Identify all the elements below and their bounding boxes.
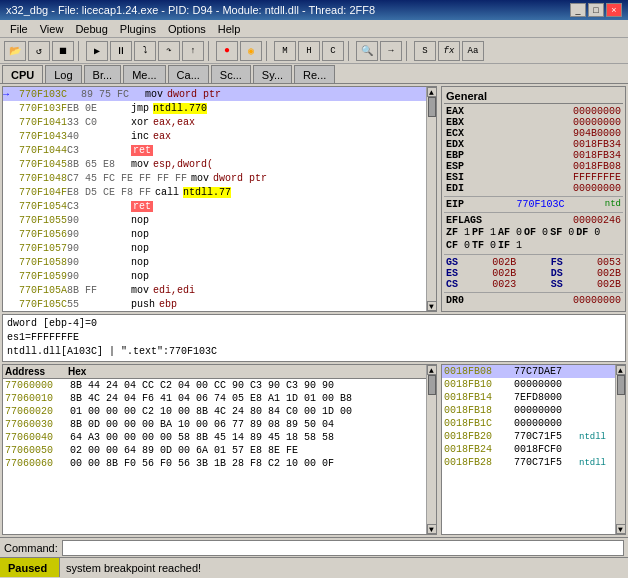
toolbar-step-into[interactable]: ⤵ — [134, 41, 156, 61]
asm-scrollbar[interactable]: ▲ ▼ — [426, 87, 436, 311]
hex-scrollbar[interactable]: ▲ ▼ — [426, 365, 436, 534]
close-button[interactable]: × — [606, 3, 622, 17]
reg-value[interactable]: 0018FB34 — [573, 150, 621, 161]
asm-row[interactable]: 770F105990nop — [3, 269, 426, 283]
minimize-button[interactable]: _ — [570, 3, 586, 17]
asm-row[interactable]: 770F104340inceax — [3, 129, 426, 143]
hex-row[interactable]: 7706005002 00 00 64 89 0D 00 6A 01 57 E8… — [3, 444, 426, 457]
asm-row[interactable]: 770F103FEB 0Ejmpntdll.770 — [3, 101, 426, 115]
stack-row[interactable]: 0018FB0877C7DAE7 — [442, 365, 615, 378]
asm-scroll-track[interactable] — [427, 97, 437, 301]
tab-sc[interactable]: Sc... — [211, 65, 251, 83]
hex-row[interactable]: 770600008B 44 24 04 CC C2 04 00 CC 90 C3… — [3, 379, 426, 392]
hex-row[interactable]: 7706006000 00 8B F0 56 F0 56 3B 1B 28 F8… — [3, 457, 426, 470]
asm-row[interactable]: 770F105C55pushebp — [3, 297, 426, 311]
menu-view[interactable]: View — [34, 23, 70, 35]
stack-scroll-track[interactable] — [616, 375, 626, 524]
toolbar-step-over[interactable]: ↷ — [158, 41, 180, 61]
toolbar-mem-map[interactable]: M — [274, 41, 296, 61]
stack-row[interactable]: 0018FB1000000000 — [442, 378, 615, 391]
seg-val[interactable]: 0023 — [492, 279, 524, 290]
toolbar-close[interactable]: ⏹ — [52, 41, 74, 61]
toolbar-pause[interactable]: ⏸ — [110, 41, 132, 61]
menu-debug[interactable]: Debug — [69, 23, 113, 35]
hex-row[interactable]: 7706002001 00 00 00 C2 10 00 8B 4C 24 80… — [3, 405, 426, 418]
toolbar-aa[interactable]: Aa — [462, 41, 484, 61]
flag-item[interactable]: AF 0 — [498, 227, 522, 238]
asm-row[interactable]: 770F10458B 65 E8movesp,dword( — [3, 157, 426, 171]
reg-value[interactable]: 00000000 — [573, 106, 621, 117]
hex-scroll-track[interactable] — [427, 375, 437, 524]
menu-help[interactable]: Help — [212, 23, 247, 35]
stack-scroll-up[interactable]: ▲ — [616, 365, 626, 375]
hex-row[interactable]: 7706004064 A3 00 00 00 00 58 8B 45 14 89… — [3, 431, 426, 444]
seg-val2[interactable]: 0053 — [597, 257, 621, 268]
asm-row[interactable]: 770F105690nop — [3, 227, 426, 241]
toolbar-ref[interactable]: → — [380, 41, 402, 61]
flag-item[interactable]: ZF 1 — [446, 227, 470, 238]
asm-row[interactable]: →770F103C89 75 FCmovdword ptr — [3, 87, 426, 101]
tab-br[interactable]: Br... — [84, 65, 122, 83]
tab-log[interactable]: Log — [45, 65, 81, 83]
hex-row[interactable]: 770600108B 4C 24 04 F6 41 04 06 74 05 E8… — [3, 392, 426, 405]
stack-scroll-down[interactable]: ▼ — [616, 524, 626, 534]
asm-row[interactable]: 770F1044C3ret — [3, 143, 426, 157]
toolbar-run[interactable]: ▶ — [86, 41, 108, 61]
asm-scroll-up[interactable]: ▲ — [427, 87, 437, 97]
toolbar-script[interactable]: S — [414, 41, 436, 61]
command-input[interactable] — [62, 540, 624, 556]
asm-scroll-down[interactable]: ▼ — [427, 301, 437, 311]
asm-row[interactable]: 770F105590nop — [3, 213, 426, 227]
flag-item[interactable]: OF 0 — [524, 227, 548, 238]
reg-value[interactable]: 00000000 — [573, 183, 621, 194]
toolbar-heap[interactable]: H — [298, 41, 320, 61]
maximize-button[interactable]: □ — [588, 3, 604, 17]
asm-row[interactable]: 770F105890nop — [3, 255, 426, 269]
stack-row[interactable]: 0018FB28770C71F5ntdll — [442, 456, 615, 469]
flag-item[interactable]: SF 0 — [550, 227, 574, 238]
stack-row[interactable]: 0018FB240018FCF0 — [442, 443, 615, 456]
eflags-value[interactable]: 00000246 — [573, 215, 621, 226]
toolbar-search[interactable]: 🔍 — [356, 41, 378, 61]
flag-item[interactable]: TF 0 — [472, 240, 496, 251]
menu-file[interactable]: File — [4, 23, 34, 35]
seg-val2[interactable]: 002B — [597, 268, 621, 279]
eip-value[interactable]: 770F103C — [516, 199, 564, 210]
stack-row[interactable]: 0018FB1800000000 — [442, 404, 615, 417]
toolbar-bp[interactable]: ● — [216, 41, 238, 61]
asm-row[interactable]: 770F1048C7 45 FC FE FF FF FFmovdword ptr — [3, 171, 426, 185]
stack-scrollbar[interactable]: ▲ ▼ — [615, 365, 625, 534]
reg-value[interactable]: FFFFFFFE — [573, 172, 621, 183]
stack-row[interactable]: 0018FB20770C71F5ntdll — [442, 430, 615, 443]
flag-item[interactable]: CF 0 — [446, 240, 470, 251]
stack-row[interactable]: 0018FB147EFD8000 — [442, 391, 615, 404]
toolbar-call-stack[interactable]: C — [322, 41, 344, 61]
asm-row[interactable]: 770F105790nop — [3, 241, 426, 255]
asm-row[interactable]: 770F104133 C0xoreax,eax — [3, 115, 426, 129]
toolbar-fx[interactable]: fx — [438, 41, 460, 61]
seg-val[interactable]: 002B — [492, 257, 524, 268]
tab-cpu[interactable]: CPU — [2, 65, 43, 83]
flag-item[interactable]: PF 1 — [472, 227, 496, 238]
menu-plugins[interactable]: Plugins — [114, 23, 162, 35]
seg-val[interactable]: 002B — [492, 268, 524, 279]
tab-me[interactable]: Me... — [123, 65, 165, 83]
toolbar-open[interactable]: 📂 — [4, 41, 26, 61]
toolbar-restart[interactable]: ↺ — [28, 41, 50, 61]
flag-item[interactable]: IF 1 — [498, 240, 522, 251]
tab-re[interactable]: Re... — [294, 65, 335, 83]
reg-value[interactable]: 0018FB34 — [573, 139, 621, 150]
tab-sy[interactable]: Sy... — [253, 65, 292, 83]
dr0-value[interactable]: 00000000 — [573, 295, 621, 306]
seg-val2[interactable]: 002B — [597, 279, 621, 290]
asm-row[interactable]: 770F1054C3ret — [3, 199, 426, 213]
tab-ca[interactable]: Ca... — [168, 65, 209, 83]
asm-row[interactable]: 770F104FE8 D5 CE F8 FFcallntdll.77 — [3, 185, 426, 199]
flag-item[interactable]: DF 0 — [576, 227, 600, 238]
hex-scroll-down[interactable]: ▼ — [427, 524, 437, 534]
hex-scroll-up[interactable]: ▲ — [427, 365, 437, 375]
asm-row[interactable]: 770F105A8B FFmovedi,edi — [3, 283, 426, 297]
stack-row[interactable]: 0018FB1C00000000 — [442, 417, 615, 430]
menu-options[interactable]: Options — [162, 23, 212, 35]
reg-value[interactable]: 904B0000 — [573, 128, 621, 139]
